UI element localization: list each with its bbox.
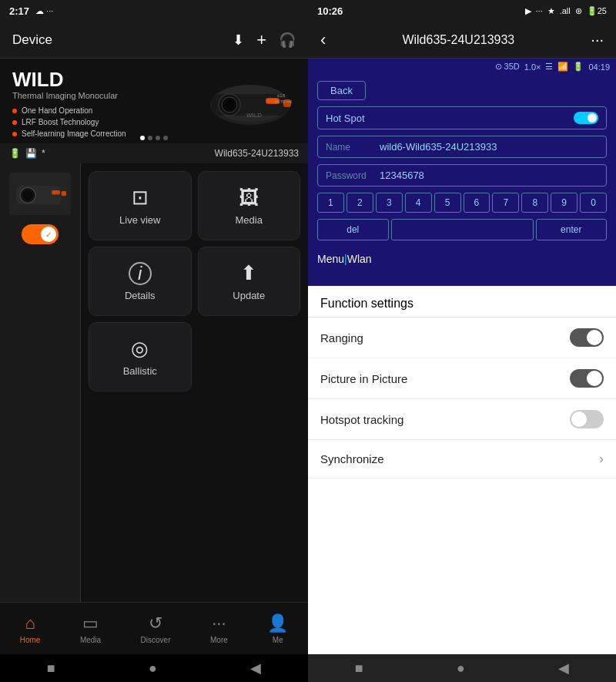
status-icons-right: ▶ ··· ★ .all ⊛ 🔋25 [525,6,607,16]
numpad-2[interactable]: 2 [346,193,373,213]
action-row: del enter [317,219,607,240]
add-icon[interactable]: + [256,30,266,50]
numpad-8[interactable]: 8 [521,193,548,213]
numpad-9[interactable]: 9 [551,193,578,213]
top-bar-icons-left: ⬇ + 🎧 [233,30,296,50]
password-field-row: Password 12345678 [317,164,607,186]
system-bar-right: ■ ● ◀ [308,654,616,682]
screen-zoom: 1.0× [524,62,541,72]
numpad-4[interactable]: 4 [405,193,432,213]
me-label: Me [273,636,283,644]
hotspot-tracking-label: Hotspot tracking [320,413,403,426]
synchronize-row[interactable]: Synchronize › [308,440,616,479]
pip-toggle-knob [587,371,602,386]
more-label: More [210,636,228,644]
system-bar-left: ■ ● ◀ [0,654,308,682]
back-btn-right[interactable]: ◀ [558,660,569,677]
square-btn-left[interactable]: ■ [47,660,55,677]
signal-icon: .all [560,6,571,15]
square-btn-right[interactable]: ■ [355,660,363,677]
wild-banner: WILD Thermal Imaging Monocular One Hand … [0,59,308,143]
top-bar-right: ‹ Wild635-24U213933 ··· [308,22,616,59]
device-info-bar: 🔋 💾 * Wild635-24U213933 [0,143,308,163]
nav-home[interactable]: ⌂ Home [20,613,41,644]
svg-rect-15 [52,190,60,194]
del-button[interactable]: del [317,219,389,240]
numpad-0[interactable]: 0 [580,193,607,213]
numpad-7[interactable]: 7 [492,193,519,213]
svg-text:NETD mK: NETD mK [275,99,293,104]
more-button-right[interactable]: ··· [591,31,604,49]
ranging-row: Ranging [308,317,616,358]
main-content: ✓ ⊡ Live view 🖼 Media i Details ⬆ Update [0,163,308,602]
hotspot-tracking-row: Hotspot tracking [308,399,616,440]
grid-item-update[interactable]: ⬆ Update [198,247,301,316]
ballistic-label: Ballistic [123,365,157,377]
grid-item-ballistic[interactable]: ◎ Ballistic [89,322,192,391]
numpad: 1 2 3 4 5 6 7 8 9 0 [317,193,607,213]
banner-dots [140,136,168,140]
nav-me[interactable]: 👤 Me [267,613,288,644]
hotspot-row: Hot Spot [317,106,607,129]
media-icon: 🖼 [239,186,259,210]
battery-icons: 🔋 💾 * [9,148,45,159]
grid-item-live-view[interactable]: ⊡ Live view [89,171,192,240]
home-icon: ⌂ [25,613,35,633]
discover-label: Discover [141,636,171,644]
device-name-right: Wild635-24U213933 [402,33,514,47]
device-screen: ⊙ 35D 1.0× ☰ 📶 🔋 04:19 Back Hot Spot Nam… [308,59,616,286]
dot-2 [156,136,160,140]
password-label: Password [326,170,372,181]
media-nav-icon: ▭ [82,613,99,633]
download-icon[interactable]: ⬇ [233,32,244,49]
pip-row: Picture in Picture [308,358,616,399]
screen-content: Back Hot Spot Name wild6-Wild635-24U2139… [308,75,616,286]
circle-btn-left[interactable]: ● [149,660,157,677]
numpad-6[interactable]: 6 [464,193,490,213]
home-label: Home [20,636,41,644]
ranging-label: Ranging [320,331,363,344]
headphone-icon[interactable]: 🎧 [279,32,296,49]
hotspot-toggle[interactable] [574,112,598,124]
ranging-toggle[interactable] [570,328,604,347]
back-btn-left[interactable]: ◀ [250,660,261,677]
numpad-1[interactable]: 1 [317,193,344,213]
dot-3 [163,136,168,140]
grid-section: ⊡ Live view 🖼 Media i Details ⬆ Update ◎… [81,163,308,602]
time-left: 2:17 [9,5,29,17]
device-icon-box [9,173,71,215]
media-label: Media [236,214,263,226]
hotspot-tracking-knob [571,412,587,427]
bullet-dot-1 [12,109,17,113]
right-panel: 10:26 ▶ ··· ★ .all ⊛ 🔋25 ‹ Wild635-24U21… [308,0,616,682]
media-nav-label: Media [80,636,101,644]
chevron-right-icon: › [599,451,604,467]
grid-item-details[interactable]: i Details [89,247,192,316]
device-toggle[interactable]: ✓ [22,224,59,244]
numpad-5[interactable]: 5 [434,193,461,213]
nav-media[interactable]: ▭ Media [80,613,101,644]
nav-discover[interactable]: ↺ Discover [141,613,171,644]
nav-more[interactable]: ··· More [210,613,228,644]
ballistic-icon: ◎ [131,337,149,361]
circle-btn-right[interactable]: ● [457,660,465,677]
more-icon: ··· [212,613,226,633]
pip-label: Picture in Picture [320,372,407,385]
name-field-row: Name wild6-Wild635-24U213933 [317,136,607,158]
hotspot-tracking-toggle[interactable] [570,410,604,428]
storage-icon: 💾 [25,148,37,159]
camera-illustration: WILD ≤18 NETD mK [200,65,300,134]
grid-item-media[interactable]: 🖼 Media [198,171,301,240]
svg-text:WILD: WILD [246,112,262,119]
menu-text: Menu [317,253,344,265]
spacer-button[interactable] [391,219,534,240]
live-view-label: Live view [119,214,160,226]
pip-toggle[interactable] [570,369,604,388]
screen-back-button[interactable]: Back [317,81,366,100]
enter-button[interactable]: enter [536,219,608,240]
name-value: wild6-Wild635-24U213933 [380,141,497,153]
top-bar-left: Device ⬇ + 🎧 [0,22,308,59]
numpad-3[interactable]: 3 [376,193,403,213]
bullet-text-1: One Hand Operation [22,105,92,116]
back-button-top[interactable]: ‹ [320,30,326,50]
